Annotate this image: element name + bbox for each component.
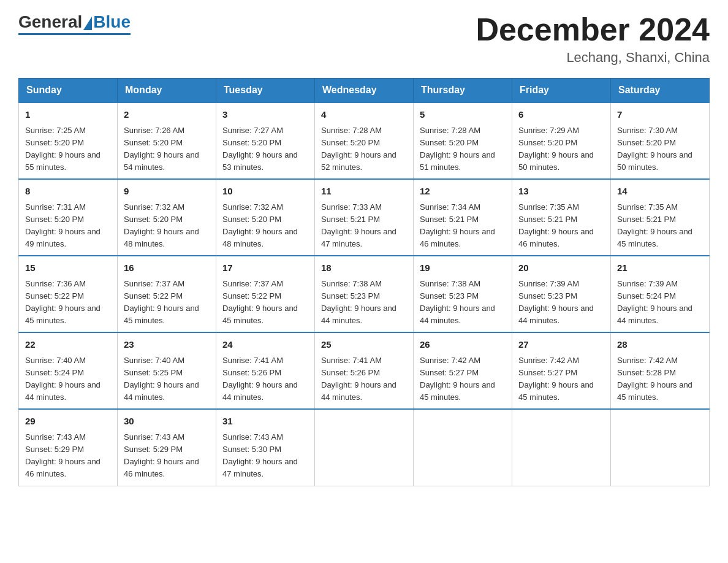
title-section: December 2024 Lechang, Shanxi, China xyxy=(476,12,710,66)
day-info: Sunrise: 7:38 AMSunset: 5:23 PMDaylight:… xyxy=(321,279,396,325)
day-number: 25 xyxy=(321,338,407,352)
calendar-cell: 30Sunrise: 7:43 AMSunset: 5:29 PMDayligh… xyxy=(118,409,216,486)
day-number: 24 xyxy=(222,338,308,352)
day-number: 31 xyxy=(222,415,308,429)
calendar-cell: 29Sunrise: 7:43 AMSunset: 5:29 PMDayligh… xyxy=(19,409,118,486)
location-text: Lechang, Shanxi, China xyxy=(476,50,710,66)
calendar-cell: 22Sunrise: 7:40 AMSunset: 5:24 PMDayligh… xyxy=(19,332,118,409)
day-number: 9 xyxy=(124,185,210,199)
weekday-header-wednesday: Wednesday xyxy=(315,79,414,103)
calendar-cell: 3Sunrise: 7:27 AMSunset: 5:20 PMDaylight… xyxy=(216,102,315,179)
calendar-cell: 28Sunrise: 7:42 AMSunset: 5:28 PMDayligh… xyxy=(611,332,710,409)
day-info: Sunrise: 7:40 AMSunset: 5:24 PMDaylight:… xyxy=(25,356,100,402)
logo-blue-text: Blue xyxy=(93,12,131,32)
logo: General Blue xyxy=(18,12,131,35)
calendar-cell: 1Sunrise: 7:25 AMSunset: 5:20 PMDaylight… xyxy=(19,102,118,179)
weekday-header-tuesday: Tuesday xyxy=(216,79,315,103)
calendar-cell: 21Sunrise: 7:39 AMSunset: 5:24 PMDayligh… xyxy=(611,256,710,332)
day-info: Sunrise: 7:35 AMSunset: 5:21 PMDaylight:… xyxy=(518,202,594,248)
day-number: 29 xyxy=(25,415,111,429)
weekday-header-row: SundayMondayTuesdayWednesdayThursdayFrid… xyxy=(19,79,710,103)
day-info: Sunrise: 7:43 AMSunset: 5:30 PMDaylight:… xyxy=(222,432,298,478)
day-number: 1 xyxy=(25,108,111,122)
day-info: Sunrise: 7:32 AMSunset: 5:20 PMDaylight:… xyxy=(124,202,199,248)
day-info: Sunrise: 7:39 AMSunset: 5:24 PMDaylight:… xyxy=(617,279,692,325)
day-number: 15 xyxy=(25,261,111,275)
day-info: Sunrise: 7:40 AMSunset: 5:25 PMDaylight:… xyxy=(124,356,199,402)
calendar-cell: 23Sunrise: 7:40 AMSunset: 5:25 PMDayligh… xyxy=(118,332,216,409)
day-number: 14 xyxy=(617,185,703,199)
calendar-table: SundayMondayTuesdayWednesdayThursdayFrid… xyxy=(18,78,710,486)
day-info: Sunrise: 7:28 AMSunset: 5:20 PMDaylight:… xyxy=(321,126,396,172)
day-info: Sunrise: 7:36 AMSunset: 5:22 PMDaylight:… xyxy=(25,279,100,325)
day-number: 22 xyxy=(25,338,111,352)
logo-underline xyxy=(18,33,131,35)
day-info: Sunrise: 7:29 AMSunset: 5:20 PMDaylight:… xyxy=(518,126,594,172)
calendar-cell xyxy=(611,409,710,486)
week-row-4: 22Sunrise: 7:40 AMSunset: 5:24 PMDayligh… xyxy=(19,332,710,409)
day-number: 6 xyxy=(518,108,604,122)
day-info: Sunrise: 7:27 AMSunset: 5:20 PMDaylight:… xyxy=(222,126,298,172)
day-info: Sunrise: 7:43 AMSunset: 5:29 PMDaylight:… xyxy=(25,432,100,478)
day-number: 17 xyxy=(222,261,308,275)
day-info: Sunrise: 7:30 AMSunset: 5:20 PMDaylight:… xyxy=(617,126,692,172)
calendar-cell: 19Sunrise: 7:38 AMSunset: 5:23 PMDayligh… xyxy=(414,256,512,332)
calendar-cell xyxy=(315,409,414,486)
calendar-cell: 10Sunrise: 7:32 AMSunset: 5:20 PMDayligh… xyxy=(216,179,315,256)
calendar-cell: 16Sunrise: 7:37 AMSunset: 5:22 PMDayligh… xyxy=(118,256,216,332)
day-info: Sunrise: 7:42 AMSunset: 5:27 PMDaylight:… xyxy=(518,356,594,402)
day-number: 30 xyxy=(124,415,210,429)
day-number: 23 xyxy=(124,338,210,352)
day-info: Sunrise: 7:32 AMSunset: 5:20 PMDaylight:… xyxy=(222,202,298,248)
weekday-header-monday: Monday xyxy=(118,79,216,103)
calendar-cell: 11Sunrise: 7:33 AMSunset: 5:21 PMDayligh… xyxy=(315,179,414,256)
calendar-cell: 25Sunrise: 7:41 AMSunset: 5:26 PMDayligh… xyxy=(315,332,414,409)
day-number: 8 xyxy=(25,185,111,199)
day-info: Sunrise: 7:37 AMSunset: 5:22 PMDaylight:… xyxy=(222,279,298,325)
day-info: Sunrise: 7:43 AMSunset: 5:29 PMDaylight:… xyxy=(124,432,199,478)
day-number: 16 xyxy=(124,261,210,275)
calendar-cell: 8Sunrise: 7:31 AMSunset: 5:20 PMDaylight… xyxy=(19,179,118,256)
day-info: Sunrise: 7:41 AMSunset: 5:26 PMDaylight:… xyxy=(321,356,396,402)
day-number: 7 xyxy=(617,108,703,122)
day-info: Sunrise: 7:42 AMSunset: 5:27 PMDaylight:… xyxy=(420,356,495,402)
calendar-cell: 4Sunrise: 7:28 AMSunset: 5:20 PMDaylight… xyxy=(315,102,414,179)
day-number: 18 xyxy=(321,261,407,275)
calendar-cell xyxy=(512,409,611,486)
week-row-3: 15Sunrise: 7:36 AMSunset: 5:22 PMDayligh… xyxy=(19,256,710,332)
month-title: December 2024 xyxy=(476,12,710,47)
weekday-header-saturday: Saturday xyxy=(611,79,710,103)
calendar-cell: 12Sunrise: 7:34 AMSunset: 5:21 PMDayligh… xyxy=(414,179,512,256)
day-number: 28 xyxy=(617,338,703,352)
day-info: Sunrise: 7:37 AMSunset: 5:22 PMDaylight:… xyxy=(124,279,199,325)
calendar-cell: 26Sunrise: 7:42 AMSunset: 5:27 PMDayligh… xyxy=(414,332,512,409)
day-number: 19 xyxy=(420,261,506,275)
day-number: 4 xyxy=(321,108,407,122)
day-info: Sunrise: 7:33 AMSunset: 5:21 PMDaylight:… xyxy=(321,202,396,248)
weekday-header-thursday: Thursday xyxy=(414,79,512,103)
day-info: Sunrise: 7:28 AMSunset: 5:20 PMDaylight:… xyxy=(420,126,495,172)
page-header: General Blue December 2024 Lechang, Shan… xyxy=(18,12,710,66)
calendar-cell: 6Sunrise: 7:29 AMSunset: 5:20 PMDaylight… xyxy=(512,102,611,179)
day-number: 13 xyxy=(518,185,604,199)
day-number: 11 xyxy=(321,185,407,199)
calendar-cell: 17Sunrise: 7:37 AMSunset: 5:22 PMDayligh… xyxy=(216,256,315,332)
logo-general-text: General xyxy=(18,12,82,32)
day-number: 27 xyxy=(518,338,604,352)
calendar-cell: 27Sunrise: 7:42 AMSunset: 5:27 PMDayligh… xyxy=(512,332,611,409)
day-info: Sunrise: 7:41 AMSunset: 5:26 PMDaylight:… xyxy=(222,356,298,402)
day-info: Sunrise: 7:26 AMSunset: 5:20 PMDaylight:… xyxy=(124,126,199,172)
week-row-5: 29Sunrise: 7:43 AMSunset: 5:29 PMDayligh… xyxy=(19,409,710,486)
logo-triangle-icon xyxy=(83,17,92,30)
calendar-cell xyxy=(414,409,512,486)
calendar-cell: 14Sunrise: 7:35 AMSunset: 5:21 PMDayligh… xyxy=(611,179,710,256)
day-number: 12 xyxy=(420,185,506,199)
day-number: 3 xyxy=(222,108,308,122)
week-row-1: 1Sunrise: 7:25 AMSunset: 5:20 PMDaylight… xyxy=(19,102,710,179)
day-info: Sunrise: 7:35 AMSunset: 5:21 PMDaylight:… xyxy=(617,202,692,248)
day-number: 20 xyxy=(518,261,604,275)
day-info: Sunrise: 7:42 AMSunset: 5:28 PMDaylight:… xyxy=(617,356,692,402)
day-number: 21 xyxy=(617,261,703,275)
calendar-cell: 13Sunrise: 7:35 AMSunset: 5:21 PMDayligh… xyxy=(512,179,611,256)
weekday-header-friday: Friday xyxy=(512,79,611,103)
